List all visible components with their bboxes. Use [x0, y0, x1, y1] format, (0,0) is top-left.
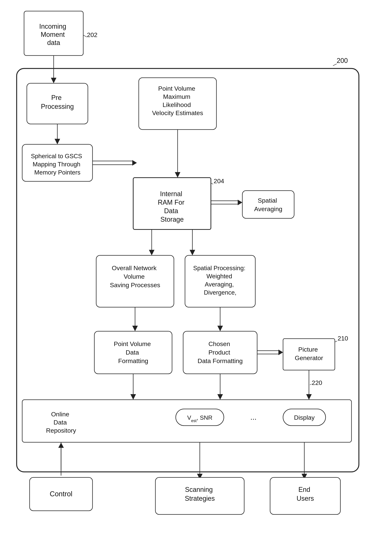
display-text: Display — [294, 414, 314, 421]
spherical-gscs-text: Spherical to GSCS Mapping Through Memory… — [31, 153, 84, 176]
label-200: 200 — [337, 57, 348, 64]
overall-network-box — [96, 255, 174, 307]
control-text: Control — [50, 490, 73, 498]
dots-text: ... — [250, 413, 256, 421]
label-204: 204 — [214, 178, 224, 185]
spatial-averaging-box — [242, 191, 294, 218]
label-210: 210 — [338, 335, 348, 342]
svg-line-2 — [333, 64, 337, 66]
diagram-container: 202 Incoming Moment data 200 Pre Process… — [0, 0, 392, 557]
label-202: 202 — [87, 31, 98, 38]
svg-line-0 — [83, 35, 87, 37]
label-220: 220 — [312, 379, 322, 386]
